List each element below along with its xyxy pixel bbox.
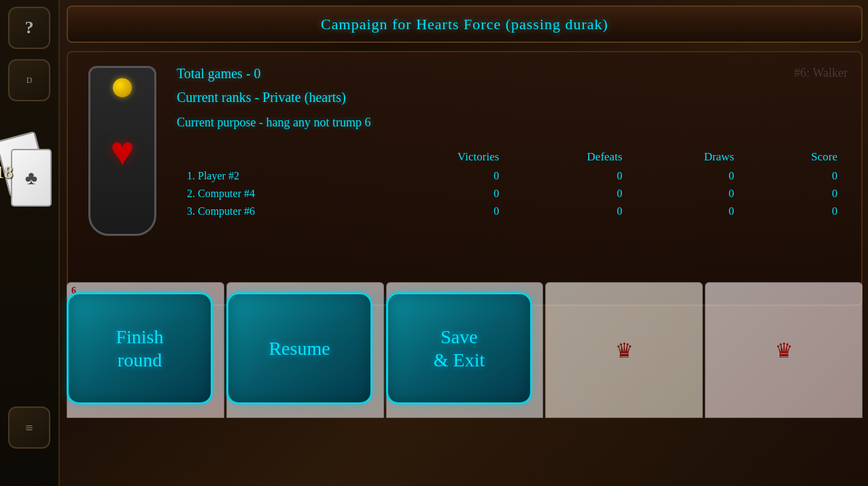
table-row: 1. Player #2 0 0 0 0 — [177, 167, 848, 185]
player-name-1: 1. Player #2 — [177, 167, 372, 185]
help-button[interactable]: ? — [8, 7, 50, 49]
resume-button[interactable]: Resume — [226, 292, 372, 404]
victories-1: 0 — [372, 167, 509, 185]
deck-button[interactable]: D — [8, 59, 50, 101]
table-row: 2. Computer #4 0 0 0 0 — [177, 185, 848, 203]
game-title: Campaign for Hearts Force (passing durak… — [321, 16, 608, 33]
col-defeats: Defeats — [509, 147, 632, 167]
victories-2: 0 — [372, 185, 509, 203]
current-ranks: Current ranks - Private (hearts) — [177, 90, 848, 105]
card-clubs-front: ♣ — [11, 149, 52, 207]
defeats-3: 0 — [509, 203, 632, 220]
score-1: 0 — [744, 167, 848, 185]
current-purpose: Current purpose - hang any not trump 6 — [177, 116, 848, 130]
card-count-badge: 18 — [0, 162, 13, 183]
col-draws: Draws — [633, 147, 745, 167]
score-table: Victories Defeats Draws Score 1. Player … — [177, 147, 848, 220]
sidebar: ? D ♣ ♣ 18 ≡ — [0, 0, 60, 486]
heart-face-icon: ♛ — [775, 339, 793, 362]
col-victories: Victories — [372, 147, 509, 167]
draws-2: 0 — [633, 185, 745, 203]
list-button[interactable]: ≡ — [8, 406, 50, 449]
draws-1: 0 — [633, 167, 745, 185]
rank-pip — [113, 78, 132, 97]
bg-card-5: ♛ — [705, 282, 863, 418]
player-name-2: 2. Computer #4 — [177, 185, 372, 203]
score-3: 0 — [744, 203, 848, 220]
stats-area: Total games - 0 Current ranks - Private … — [177, 66, 848, 220]
col-player — [177, 147, 372, 167]
score-2: 0 — [744, 185, 848, 203]
player-name-3: 3. Computer #6 — [177, 203, 372, 220]
list-icon: ≡ — [25, 420, 33, 436]
victories-3: 0 — [372, 203, 509, 220]
info-panel: #6: Walker ♥ Total games - 0 Current ran… — [67, 51, 863, 306]
bg-card-4: ♛ — [545, 282, 703, 418]
draws-3: 0 — [633, 203, 745, 220]
buttons-row: Finish round Resume Save & Exit — [67, 292, 532, 404]
face-card-icon: ♛ — [615, 339, 633, 362]
rank-badge: ♥ — [88, 66, 156, 236]
defeats-2: 0 — [509, 185, 632, 203]
deck-icon: D — [27, 75, 33, 86]
help-icon: ? — [25, 18, 34, 38]
clubs-icon-2: ♣ — [25, 167, 37, 189]
main-area: Campaign for Hearts Force (passing durak… — [61, 0, 868, 486]
total-games: Total games - 0 — [177, 66, 848, 82]
defeats-1: 0 — [509, 167, 632, 185]
rank-heart: ♥ — [110, 131, 135, 172]
col-score: Score — [744, 147, 848, 167]
finish-round-button[interactable]: Finish round — [67, 292, 213, 404]
save-exit-button[interactable]: Save & Exit — [386, 292, 532, 404]
title-bar: Campaign for Hearts Force (passing durak… — [67, 5, 863, 43]
table-row: 3. Computer #6 0 0 0 0 — [177, 203, 848, 220]
